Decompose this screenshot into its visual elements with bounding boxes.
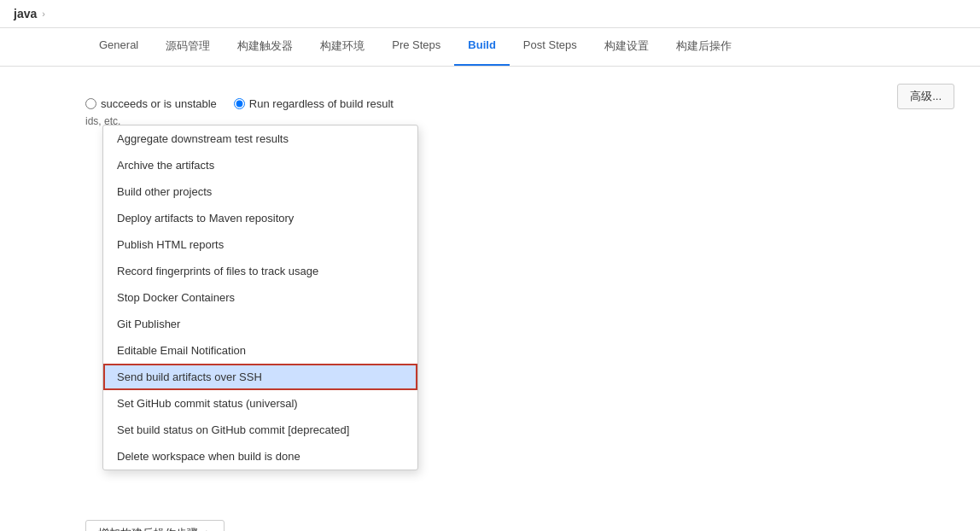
tab-presteps[interactable]: Pre Steps (378, 28, 454, 66)
dropdown-item-delete-workspace[interactable]: Delete workspace when build is done (103, 443, 417, 470)
radio-group: succeeds or is unstable Run regardless o… (85, 97, 963, 110)
radio-label-2: Run regardless of build result (249, 97, 394, 110)
dropdown-menu: Aggregate downstream test resultsArchive… (102, 125, 418, 470)
tab-build[interactable]: Build (454, 28, 510, 66)
tabs-container: General源码管理构建触发器构建环境Pre StepsBuildPost S… (0, 28, 980, 67)
dropdown-item-publish-html[interactable]: Publish HTML reports (103, 231, 417, 258)
content-area: 高级... succeeds or is unstable Run regard… (0, 67, 980, 531)
dropdown-item-record-fingerprints[interactable]: Record fingerprints of files to track us… (103, 258, 417, 284)
radio-unstable[interactable] (85, 98, 96, 109)
radio-label-1: succeeds or is unstable (101, 97, 217, 110)
radio-option-1[interactable]: succeeds or is unstable (85, 97, 217, 110)
dropdown-item-github-status-universal[interactable]: Set GitHub commit status (universal) (103, 390, 417, 417)
tab-poststeps[interactable]: Post Steps (510, 28, 591, 66)
tab-postbuild[interactable]: 构建后操作 (662, 28, 745, 66)
dropdown-item-aggregate[interactable]: Aggregate downstream test results (103, 125, 417, 152)
tab-source[interactable]: 源码管理 (152, 28, 224, 66)
top-bar: java › (0, 0, 980, 28)
add-step-button[interactable]: 增加构建后操作步骤 ▲ (85, 520, 225, 531)
tab-settings[interactable]: 构建设置 (591, 28, 662, 66)
radio-option-2[interactable]: Run regardless of build result (234, 97, 394, 110)
radio-regardless[interactable] (234, 98, 245, 109)
dropdown-item-github-status-deprecated[interactable]: Set build status on GitHub commit [depre… (103, 417, 417, 443)
dropdown-item-build-other[interactable]: Build other projects (103, 178, 417, 205)
dropdown-item-git-publisher[interactable]: Git Publisher (103, 311, 417, 337)
tab-env[interactable]: 构建环境 (306, 28, 378, 66)
dropdown-item-archive[interactable]: Archive the artifacts (103, 152, 417, 178)
dropdown-item-stop-docker[interactable]: Stop Docker Containers (103, 284, 417, 311)
dropdown-item-send-ssh[interactable]: Send build artifacts over SSH (103, 364, 417, 390)
tab-general[interactable]: General (85, 28, 152, 66)
tab-trigger[interactable]: 构建触发器 (224, 28, 306, 66)
breadcrumb: java (14, 7, 37, 20)
chevron-icon: › (42, 9, 45, 19)
dropdown-item-editable-email[interactable]: Editable Email Notification (103, 337, 417, 364)
dropdown-item-deploy-maven[interactable]: Deploy artifacts to Maven repository (103, 205, 417, 231)
advanced-button[interactable]: 高级... (897, 84, 954, 109)
